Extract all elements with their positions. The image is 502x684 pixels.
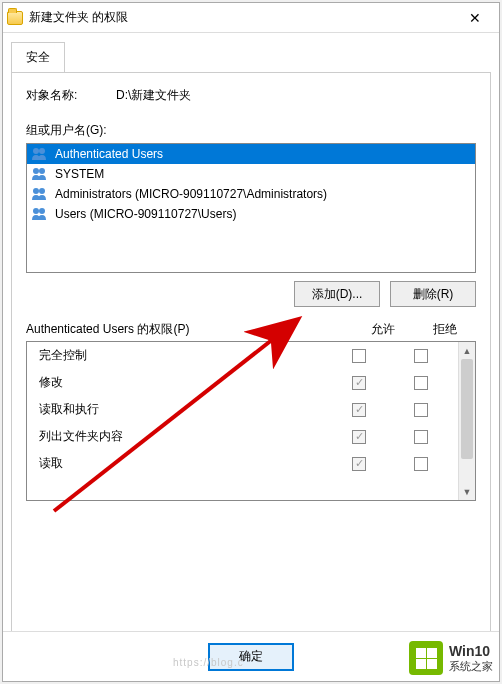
svg-point-3 [39, 168, 45, 174]
watermark-text: Win10 系统之家 [449, 643, 493, 673]
list-item[interactable]: Users (MICRO-909110727\Users) [27, 204, 475, 224]
deny-checkbox[interactable] [414, 403, 428, 417]
deny-checkbox[interactable] [414, 430, 428, 444]
list-item-label: Administrators (MICRO-909110727\Administ… [55, 187, 327, 201]
users-icon [31, 167, 49, 181]
scroll-up-icon[interactable]: ▲ [459, 342, 475, 359]
list-item[interactable]: Administrators (MICRO-909110727\Administ… [27, 184, 475, 204]
watermark-url: https://blog.c [173, 657, 244, 668]
remove-button[interactable]: 删除(R) [390, 281, 476, 307]
permission-row: 列出文件夹内容 [27, 423, 458, 450]
users-icon [31, 207, 49, 221]
tab-strip: 安全 [3, 33, 499, 72]
permission-name: 读取 [39, 455, 328, 472]
permission-row: 读取 [27, 450, 458, 477]
permissions-list: 完全控制修改读取和执行列出文件夹内容读取 ▲ ▼ [26, 341, 476, 501]
list-item-label: Users (MICRO-909110727\Users) [55, 207, 236, 221]
allow-checkbox [352, 403, 366, 417]
permission-name: 修改 [39, 374, 328, 391]
window-title: 新建文件夹 的权限 [29, 9, 455, 26]
watermark-line1: Win10 [449, 643, 493, 660]
object-name-label: 对象名称: [26, 87, 116, 104]
deny-checkbox[interactable] [414, 376, 428, 390]
list-item[interactable]: SYSTEM [27, 164, 475, 184]
tab-security[interactable]: 安全 [11, 42, 65, 73]
users-icon [31, 187, 49, 201]
deny-checkbox[interactable] [414, 349, 428, 363]
permission-name: 列出文件夹内容 [39, 428, 328, 445]
scrollbar[interactable]: ▲ ▼ [458, 342, 475, 500]
add-button[interactable]: 添加(D)... [294, 281, 380, 307]
permission-row: 修改 [27, 369, 458, 396]
column-deny: 拒绝 [414, 321, 476, 338]
scroll-down-icon[interactable]: ▼ [459, 483, 475, 500]
svg-point-2 [33, 168, 39, 174]
watermark-line2: 系统之家 [449, 660, 493, 673]
object-name-value: D:\新建文件夹 [116, 87, 191, 104]
svg-point-5 [39, 188, 45, 194]
permissions-dialog: 新建文件夹 的权限 ✕ 安全 对象名称: D:\新建文件夹 组或用户名(G): … [2, 2, 500, 682]
groups-label: 组或用户名(G): [26, 122, 476, 139]
allow-checkbox [352, 376, 366, 390]
permission-name: 完全控制 [39, 347, 328, 364]
allow-checkbox[interactable] [352, 349, 366, 363]
allow-checkbox [352, 457, 366, 471]
deny-checkbox[interactable] [414, 457, 428, 471]
permissions-header: Authenticated Users 的权限(P) [26, 321, 352, 338]
column-allow: 允许 [352, 321, 414, 338]
list-item[interactable]: Authenticated Users [27, 144, 475, 164]
permission-row: 读取和执行 [27, 396, 458, 423]
list-item-label: Authenticated Users [55, 147, 163, 161]
scroll-thumb[interactable] [461, 359, 473, 459]
svg-point-7 [39, 208, 45, 214]
svg-point-6 [33, 208, 39, 214]
svg-point-4 [33, 188, 39, 194]
list-item-label: SYSTEM [55, 167, 104, 181]
permission-name: 读取和执行 [39, 401, 328, 418]
security-panel: 对象名称: D:\新建文件夹 组或用户名(G): Authenticated U… [11, 72, 491, 632]
svg-point-0 [33, 148, 39, 154]
allow-checkbox [352, 430, 366, 444]
watermark-logo-icon [409, 641, 443, 675]
titlebar: 新建文件夹 的权限 ✕ [3, 3, 499, 33]
scroll-track[interactable] [459, 359, 475, 483]
close-button[interactable]: ✕ [455, 4, 495, 32]
close-icon: ✕ [469, 10, 481, 26]
folder-icon [7, 11, 23, 25]
watermark: Win10 系统之家 [409, 641, 493, 675]
svg-point-1 [39, 148, 45, 154]
users-icon [31, 147, 49, 161]
permission-row: 完全控制 [27, 342, 458, 369]
groups-listbox[interactable]: Authenticated UsersSYSTEMAdministrators … [26, 143, 476, 273]
